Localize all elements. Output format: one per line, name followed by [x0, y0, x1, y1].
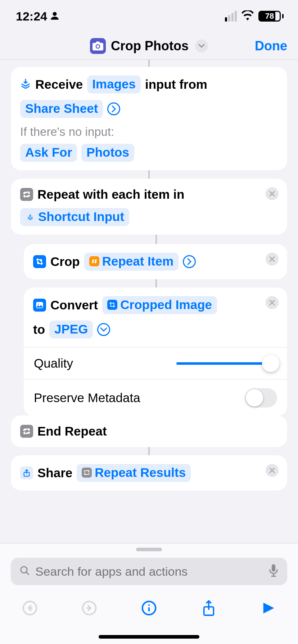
- share-sheet-token[interactable]: Share Sheet: [20, 100, 103, 118]
- repeat-item-token[interactable]: Repeat Item: [84, 253, 179, 271]
- actions-canvas: Receive Images input from Share Sheet If…: [0, 60, 298, 543]
- action-crop[interactable]: Crop Repeat Item: [24, 244, 287, 279]
- search-input[interactable]: [35, 565, 263, 579]
- drag-handle[interactable]: [136, 548, 162, 551]
- action-end-repeat[interactable]: End Repeat: [11, 415, 287, 447]
- photos-token[interactable]: Photos: [81, 144, 134, 162]
- repeat-title: Repeat with each item in: [37, 187, 184, 202]
- action-repeat-each[interactable]: Repeat with each item in Shortcut Input: [11, 179, 287, 235]
- to-word: to: [33, 322, 45, 337]
- expand-icon[interactable]: [107, 102, 120, 115]
- battery-icon: 78: [258, 11, 284, 22]
- dictate-icon[interactable]: [268, 564, 279, 579]
- quality-row: Quality: [24, 347, 287, 379]
- action-receive-input[interactable]: Receive Images input from Share Sheet If…: [11, 67, 287, 170]
- svg-point-2: [38, 303, 39, 305]
- wifi-icon: [241, 9, 254, 23]
- svg-rect-5: [272, 564, 275, 572]
- repeat-results-token[interactable]: Repeat Results: [77, 464, 191, 482]
- status-time: 12:24: [16, 9, 47, 23]
- home-indicator[interactable]: [99, 635, 199, 639]
- cellular-icon: [225, 11, 237, 22]
- image-icon: [33, 299, 46, 312]
- no-input-label: If there's no input:: [20, 125, 278, 139]
- status-bar: 12:24 78: [0, 0, 298, 32]
- done-button[interactable]: Done: [255, 38, 287, 54]
- expand-icon[interactable]: [183, 255, 196, 268]
- metadata-label: Preserve Metadata: [34, 391, 140, 405]
- svg-point-0: [53, 12, 57, 16]
- share-button[interactable]: [198, 597, 220, 619]
- delete-action-button[interactable]: [266, 296, 279, 309]
- repeat-icon: [20, 188, 33, 201]
- delete-action-button[interactable]: [266, 464, 279, 477]
- search-field[interactable]: [11, 558, 287, 585]
- input-down-icon: [20, 77, 31, 92]
- end-repeat-title: End Repeat: [37, 424, 107, 438]
- format-token[interactable]: JPEG: [49, 321, 93, 339]
- nav-bar: Crop Photos Done: [0, 32, 298, 60]
- home-indicator-area: [0, 630, 298, 644]
- svg-point-9: [148, 604, 150, 606]
- delete-action-button[interactable]: [266, 187, 279, 200]
- metadata-toggle[interactable]: [245, 388, 277, 408]
- crop-icon: [33, 255, 46, 268]
- ask-for-token[interactable]: Ask For: [20, 144, 77, 162]
- camera-icon: [90, 38, 106, 54]
- convert-title: Convert: [50, 298, 98, 312]
- images-token[interactable]: Images: [87, 75, 141, 93]
- page-title: Crop Photos: [111, 38, 189, 54]
- input-from-word: input from: [145, 77, 207, 92]
- action-share[interactable]: Share Repeat Results: [11, 455, 287, 491]
- quality-slider[interactable]: [176, 358, 277, 369]
- shortcut-title-button[interactable]: Crop Photos: [90, 38, 208, 54]
- info-button[interactable]: [138, 597, 160, 619]
- shortcut-input-token[interactable]: Shortcut Input: [20, 208, 129, 226]
- receive-word: Receive: [35, 77, 83, 92]
- bottom-toolbar: [0, 586, 298, 630]
- quality-label: Quality: [34, 356, 73, 371]
- delete-action-button[interactable]: [266, 253, 279, 266]
- person-icon: [50, 9, 59, 23]
- share-title: Share: [37, 466, 72, 480]
- action-convert-image[interactable]: Convert Cropped Image to JPEG Quality: [24, 288, 287, 416]
- share-icon: [20, 466, 33, 479]
- cropped-image-token[interactable]: Cropped Image: [102, 296, 217, 314]
- run-button[interactable]: [257, 597, 279, 619]
- svg-point-4: [21, 567, 27, 573]
- redo-button[interactable]: [78, 597, 100, 619]
- repeat-icon: [20, 425, 33, 438]
- undo-button[interactable]: [19, 597, 41, 619]
- search-panel: [0, 543, 298, 586]
- metadata-row: Preserve Metadata: [24, 379, 287, 416]
- collapse-icon[interactable]: [97, 323, 110, 336]
- crop-title: Crop: [50, 254, 80, 269]
- chevron-down-icon: [195, 40, 208, 52]
- search-icon: [19, 565, 30, 578]
